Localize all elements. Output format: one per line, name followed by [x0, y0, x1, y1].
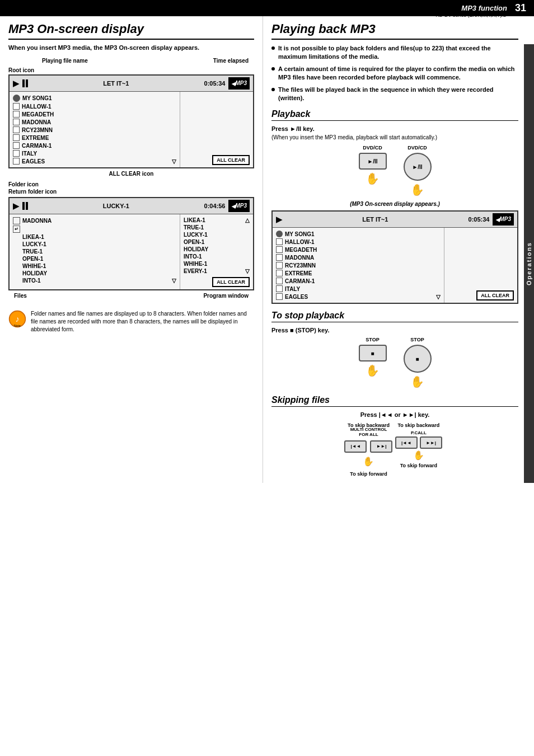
mp3-screen-playback: ▶ LET IT~1 0:05:34 ◂MP3 MY SONG1 HALLOW-… [271, 210, 518, 304]
folder-icon-7 [13, 150, 20, 157]
pcall-label: P.CALL [411, 430, 427, 435]
skip-back-btn-2: |◄◄ [395, 436, 418, 449]
pb-scroll-down: ▽ [436, 294, 441, 300]
play-icon-2: ▶ [13, 201, 19, 210]
pause-bars-2 [22, 202, 28, 210]
playback-button-illustrations: DVD/CD ►/II ✋ DVD/CD ►/II ✋ [271, 145, 518, 196]
skip-forward-label-2: To skip forward [400, 463, 437, 468]
skip-backward-item: To skip backward MULTI CONTROLFOR ALL |◄… [348, 422, 390, 474]
bullet-dot-2 [271, 67, 275, 71]
page-number: 31 [512, 1, 530, 15]
left-section-title: MP3 On-screen display [8, 22, 254, 40]
pb-all-clear-btn[interactable]: ALL CLEAR [476, 290, 514, 300]
note-section: ♪ Note Folder names and file names are d… [8, 310, 254, 334]
screen2-track: LUCKY-1 [31, 203, 201, 209]
screen1-time: 0:05:34 [204, 80, 226, 87]
folder-icon-4 [13, 126, 20, 133]
skip-fwd-btn: ►►| [370, 440, 392, 453]
folder-icon-5 [13, 134, 20, 141]
operations-label: Operations [526, 242, 532, 285]
stop-illus-1: STOP ■ ✋ [359, 337, 387, 388]
program-window-1: ALL CLEAR [180, 92, 253, 167]
skip-fwd-btn-2: ►►| [420, 436, 442, 449]
mp3-badge-pb: ◂MP3 [493, 213, 514, 226]
skip-back-btn: |◄◄ [344, 440, 367, 453]
skip-control-label: MULTI CONTROLFOR ALL [350, 427, 387, 437]
pb-folder-7 [276, 285, 283, 292]
play-btn-shape-2: ►/II [404, 153, 432, 181]
dvd-cd-label-2: DVD/CD [407, 145, 427, 151]
skip-instruction: Press |◄◄ or ►►| key. [271, 411, 518, 418]
folder-icon-1 [13, 103, 20, 110]
stop-btn-2: ■ [404, 345, 432, 373]
all-clear-btn-1[interactable]: ALL CLEAR [212, 155, 250, 165]
folder-icon-2 [13, 111, 20, 118]
time-elapsed-label: Time elapsed [213, 58, 249, 64]
pb-folder-6 [276, 278, 283, 284]
hand-icon-2: ✋ [410, 183, 424, 196]
mp3-badge-1: ◂MP3 [228, 77, 250, 90]
bullet-text-1: It is not possible to play back folders … [278, 44, 518, 62]
stop-instruction: Press ■ (STOP) key. [271, 327, 518, 334]
root-icon-label: Root icon [8, 65, 34, 73]
all-clear-btn-2[interactable]: ALL CLEAR [212, 277, 250, 287]
root-icon [13, 95, 20, 102]
bullet-item-1: It is not possible to play back folders … [271, 44, 518, 62]
playback-sub: (When you insert the MP3 media, playback… [271, 134, 518, 140]
skip-backward-label-2: To skip backward [397, 422, 439, 428]
pb-folder-2 [276, 246, 283, 253]
button-illus-1: DVD/CD ►/II ✋ [359, 145, 387, 196]
pb-program-window: ALL CLEAR [444, 228, 517, 303]
bullet-list: It is not possible to play back folders … [271, 44, 518, 102]
stop-btn-1: ■ [359, 345, 387, 361]
program-window-label: Program window [203, 293, 249, 299]
pb-track: LET IT~1 [285, 216, 465, 223]
playback-title: Playback [271, 109, 518, 121]
return-folder-icon-display [13, 217, 20, 224]
mp3-badge-2: ◂MP3 [228, 200, 250, 212]
skip-hand: ✋ [363, 456, 374, 467]
screen1-track: LET IT~1 [31, 80, 201, 87]
play-icon: ▶ [13, 79, 19, 88]
mp3-screen-2: ▶ LUCKY-1 0:04:56 ◂MP3 MADONNA ↵ [8, 197, 254, 290]
skip-title: Skipping files [271, 395, 518, 407]
skip-forward-label-down: To skip forward [350, 471, 387, 477]
all-clear-icon-label: ALL CLEAR icon [8, 171, 254, 177]
skip-section: Skipping files Press |◄◄ or ►►| key. To … [271, 395, 518, 474]
right-column: Operations Playing back MP3 It is not po… [263, 16, 534, 483]
return-folder-icon-label: Return folder icon [8, 189, 254, 195]
pb-folder-8 [276, 293, 283, 300]
pb-folder-1 [276, 238, 283, 245]
play-icon-pb: ▶ [276, 215, 282, 224]
svg-text:♪: ♪ [15, 314, 19, 323]
file-item-1: MY SONG1 [22, 95, 52, 101]
return-arrow-icon: ↵ [13, 226, 20, 233]
skip-illustrations: To skip backward MULTI CONTROLFOR ALL |◄… [271, 422, 518, 474]
button-illus-2: DVD/CD ►/II ✋ [404, 145, 432, 196]
bullet-text-3: The files will be played back in the seq… [278, 86, 518, 103]
stop-title: To stop playback [271, 311, 518, 322]
screen2-time: 0:04:56 [204, 203, 226, 209]
right-section-title: Playing back MP3 [271, 22, 518, 40]
skip-hand-2: ✋ [413, 450, 424, 461]
stop-hand-2: ✋ [410, 375, 424, 388]
pause-bars [22, 79, 28, 87]
dvd-cd-label-1: DVD/CD [363, 145, 382, 151]
pb-time: 0:05:34 [469, 216, 490, 223]
stop-dvd-label-2: STOP [410, 337, 424, 342]
note-text: Folder names and file names are displaye… [31, 310, 254, 334]
pb-folder-3 [276, 254, 283, 261]
playing-file-name-label: Playing file name [42, 58, 88, 64]
pb-folder-5 [276, 270, 283, 276]
pb-root-icon [276, 231, 283, 237]
note-icon: ♪ Note [8, 310, 26, 328]
pb-file-list: MY SONG1 HALLOW-1 MEGADETH MADONNA RCY23… [273, 228, 444, 303]
files-label: Files [14, 293, 27, 299]
folder-icon-3 [13, 119, 20, 125]
skip-right-item: To skip backward P.CALL |◄◄ ►►| ✋ To ski… [395, 422, 442, 468]
scroll-down-2: ▽ [172, 278, 176, 284]
on-screen-label: (MP3 On-screen display appears.) [271, 201, 518, 207]
file-list-2: MADONNA ↵ LIKEA-1 LUCKY-1 TRUE-1 OPEN-1 … [10, 214, 180, 289]
folder-icon-8 [13, 158, 20, 165]
folder-icon-label: Folder icon [8, 181, 254, 187]
